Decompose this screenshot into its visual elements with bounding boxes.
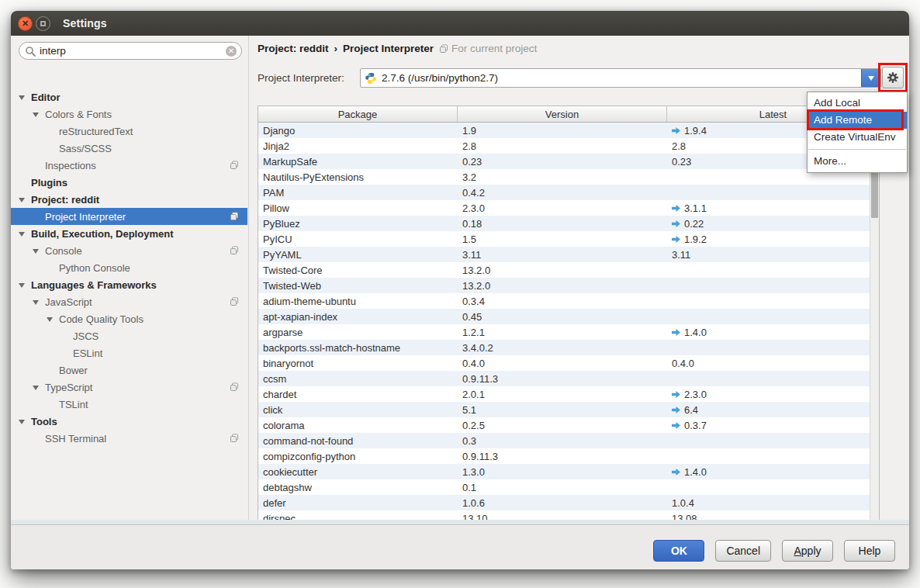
version-cell: 5.1 bbox=[458, 402, 667, 417]
table-row[interactable]: backports.ssl-match-hostname3.4.0.2 bbox=[258, 340, 879, 355]
sidebar-item-label: Console bbox=[45, 245, 82, 257]
package-name-cell: binaryornot bbox=[258, 355, 458, 371]
settings-search-box[interactable]: ✕ bbox=[19, 42, 242, 60]
table-row[interactable]: MarkupSafe0.230.23 bbox=[258, 154, 879, 169]
sidebar-item-colors-fonts[interactable]: Colors & Fonts bbox=[11, 105, 247, 123]
version-cell: 1.0.6 bbox=[458, 495, 667, 510]
package-name-cell: argparse bbox=[258, 324, 458, 340]
expand-triangle-icon[interactable] bbox=[19, 283, 25, 288]
table-row[interactable]: Twisted-Core13.2.0 bbox=[258, 262, 879, 278]
table-row[interactable]: Twisted-Web13.2.0 bbox=[258, 278, 879, 293]
table-row[interactable]: cookiecutter1.3.01.4.0 bbox=[258, 464, 879, 479]
version-cell: 13.2.0 bbox=[458, 262, 667, 278]
version-cell: 1.2.1 bbox=[458, 324, 667, 340]
table-row[interactable]: chardet2.0.12.3.0 bbox=[258, 386, 879, 402]
table-row[interactable]: debtagshw0.1 bbox=[258, 479, 879, 495]
expand-triangle-icon[interactable] bbox=[47, 317, 53, 322]
table-row[interactable]: ccsm0.9.11.3 bbox=[258, 371, 879, 386]
sidebar-item-console[interactable]: Console bbox=[11, 242, 247, 259]
sidebar-item-restructuredtext[interactable]: reStructuredText bbox=[11, 123, 247, 140]
expand-triangle-icon[interactable] bbox=[19, 95, 25, 100]
package-name-cell: command-not-found bbox=[258, 433, 458, 448]
menu-item-more-[interactable]: More... bbox=[808, 153, 907, 170]
table-row[interactable]: click5.16.4 bbox=[258, 402, 879, 417]
sidebar-item-sass-scss[interactable]: Sass/SCSS bbox=[11, 140, 247, 157]
chevron-down-icon bbox=[868, 76, 874, 81]
sidebar-item-label: Plugins bbox=[31, 177, 67, 189]
sidebar-item-python-console[interactable]: Python Console bbox=[11, 259, 247, 276]
ok-button[interactable]: OK bbox=[653, 540, 704, 562]
clear-search-icon[interactable]: ✕ bbox=[226, 46, 237, 57]
sidebar-item-label: Tools bbox=[31, 416, 57, 427]
cancel-button[interactable]: Cancel bbox=[715, 540, 771, 562]
expand-triangle-icon[interactable] bbox=[19, 198, 25, 202]
table-row[interactable]: Jinja22.82.8 bbox=[258, 138, 879, 154]
version-cell: 0.23 bbox=[458, 154, 667, 169]
copy-icon bbox=[230, 434, 239, 443]
column-header-package[interactable]: Package bbox=[258, 106, 458, 122]
close-window-icon[interactable]: ✕ bbox=[18, 16, 33, 31]
breadcrumb-section: Project: reddit bbox=[258, 43, 329, 54]
expand-triangle-icon[interactable] bbox=[19, 232, 25, 237]
interpreter-settings-gear-button[interactable] bbox=[882, 67, 904, 88]
table-row[interactable]: adium-theme-ubuntu0.3.4 bbox=[258, 293, 879, 309]
table-row[interactable]: apt-xapian-index0.45 bbox=[258, 309, 879, 324]
sidebar-item-editor[interactable]: Editor bbox=[11, 88, 247, 105]
sidebar-item-ssh-terminal[interactable]: SSH Terminal bbox=[11, 430, 247, 447]
menu-item-add-remote[interactable]: Add Remote bbox=[808, 112, 907, 129]
breadcrumb-separator: › bbox=[334, 43, 338, 54]
table-row[interactable]: defer1.0.61.0.4 bbox=[258, 495, 879, 510]
sidebar-item-typescript[interactable]: TypeScript bbox=[11, 379, 247, 396]
table-row[interactable]: binaryornot0.4.00.4.0 bbox=[258, 355, 879, 371]
sidebar-item-build-execution-deployment[interactable]: Build, Execution, Deployment bbox=[11, 225, 247, 242]
latest-cell: 3.11 bbox=[667, 247, 870, 262]
sidebar-item-code-quality-tools[interactable]: Code Quality Tools bbox=[11, 310, 247, 327]
sidebar-item-languages-frameworks[interactable]: Languages & Frameworks bbox=[11, 276, 247, 293]
menu-item-add-local[interactable]: Add Local bbox=[808, 95, 907, 112]
table-row[interactable]: PyBluez0.180.22 bbox=[258, 216, 879, 231]
sidebar-item-label: Project: reddit bbox=[31, 194, 99, 206]
sidebar-item-plugins[interactable]: Plugins bbox=[11, 174, 247, 191]
apply-button[interactable]: Apply bbox=[782, 540, 833, 562]
table-row[interactable]: command-not-found0.3 bbox=[258, 433, 879, 448]
sidebar-item-label: Build, Execution, Deployment bbox=[31, 228, 173, 240]
package-name-cell: click bbox=[258, 402, 458, 417]
table-row[interactable]: compizconfig-python0.9.11.3 bbox=[258, 448, 879, 464]
interpreter-combobox[interactable]: 2.7.6 (/usr/bin/python2.7) bbox=[360, 68, 881, 88]
sidebar-item-tslint[interactable]: TSLint bbox=[11, 396, 247, 413]
table-row[interactable]: Nautilus-PyExtensions3.2 bbox=[258, 169, 879, 185]
expand-triangle-icon[interactable] bbox=[33, 386, 39, 390]
table-row[interactable]: colorama0.2.50.3.7 bbox=[258, 417, 879, 433]
sidebar-item-tools[interactable]: Tools bbox=[11, 413, 247, 430]
latest-cell bbox=[667, 185, 870, 200]
version-cell: 1.3.0 bbox=[458, 464, 667, 479]
package-name-cell: Jinja2 bbox=[258, 138, 458, 154]
table-row[interactable]: PyICU1.51.9.2 bbox=[258, 231, 879, 247]
interpreter-label: Project Interpreter: bbox=[258, 72, 344, 84]
sidebar-item-eslint[interactable]: ESLint bbox=[11, 344, 247, 361]
sidebar-item-jscs[interactable]: JSCS bbox=[11, 327, 247, 344]
sidebar-item-label: Colors & Fonts bbox=[45, 109, 112, 120]
sidebar-item-bower[interactable]: Bower bbox=[11, 361, 247, 379]
table-scrollbar[interactable] bbox=[870, 123, 879, 522]
expand-triangle-icon[interactable] bbox=[33, 300, 39, 305]
menu-item-create-virtualenv[interactable]: Create VirtualEnv bbox=[808, 129, 907, 146]
help-button[interactable]: Help bbox=[844, 540, 895, 562]
table-row[interactable]: argparse1.2.11.4.0 bbox=[258, 324, 879, 340]
sidebar-item-project-interpreter[interactable]: Project Interpreter bbox=[11, 208, 247, 225]
expand-triangle-icon[interactable] bbox=[33, 249, 39, 254]
maximize-window-icon[interactable] bbox=[36, 16, 50, 31]
titlebar[interactable]: ✕ Settings bbox=[11, 11, 909, 36]
copy-icon bbox=[230, 246, 239, 258]
expand-triangle-icon[interactable] bbox=[19, 420, 25, 424]
column-header-version[interactable]: Version bbox=[458, 106, 667, 122]
table-row[interactable]: PAM0.4.2 bbox=[258, 185, 879, 200]
table-row[interactable]: Pillow2.3.03.1.1 bbox=[258, 200, 879, 216]
table-row[interactable]: Django1.91.9.4 bbox=[258, 123, 879, 138]
table-row[interactable]: PyYAML3.113.11 bbox=[258, 247, 879, 262]
expand-triangle-icon[interactable] bbox=[33, 112, 39, 117]
sidebar-item-inspections[interactable]: Inspections bbox=[11, 157, 247, 174]
sidebar-item-javascript[interactable]: JavaScript bbox=[11, 293, 247, 310]
sidebar-item-project-reddit[interactable]: Project: reddit bbox=[11, 191, 247, 208]
search-input[interactable] bbox=[40, 43, 218, 58]
